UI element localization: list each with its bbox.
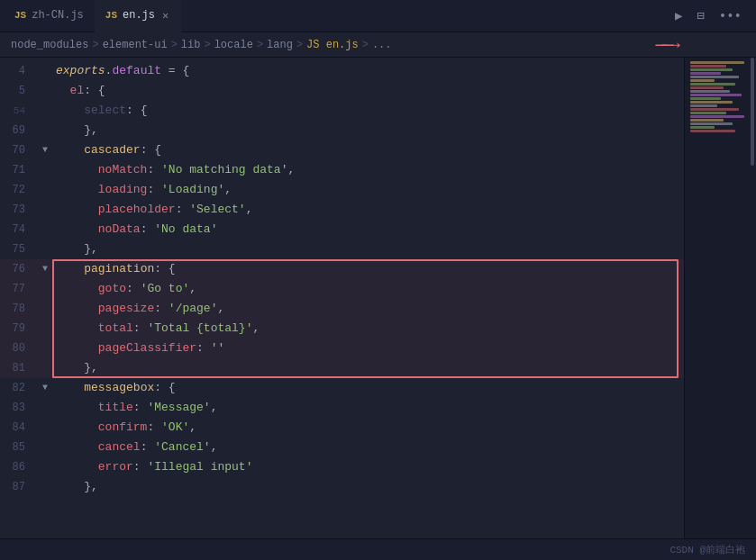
code-line-69: 69 }, <box>0 121 684 140</box>
code-line-80: 80 pageClassifier: '' <box>0 339 684 358</box>
breadcrumb-lib: lib <box>181 39 201 51</box>
code-line-73: 73 placeholder: 'Select', <box>0 200 684 220</box>
minimap-content <box>685 58 756 137</box>
code-line-87: 87 }, <box>0 477 684 497</box>
run-button[interactable]: ▶ <box>671 6 686 25</box>
code-content-80: pageClassifier: '' <box>52 339 684 358</box>
code-line-84: 84 confirm: 'OK', <box>0 418 684 438</box>
line-num-73: 73 <box>0 200 38 220</box>
code-content-4: exports.default = { <box>52 61 684 81</box>
line-num-69: 69 <box>0 121 38 140</box>
split-button[interactable]: ⊟ <box>693 6 707 25</box>
code-line-71: 71 noMatch: 'No matching data', <box>0 160 684 180</box>
line-num-76: 76 <box>0 259 38 279</box>
code-content-79: total: 'Total {total}', <box>52 319 684 339</box>
breadcrumb-sep-3: > <box>204 39 210 51</box>
breadcrumb-sep-1: > <box>92 39 98 51</box>
line-num-77: 77 <box>0 279 38 299</box>
minimap-line <box>690 115 744 118</box>
code-content-72: loading: 'Loading', <box>52 180 684 200</box>
code-line-86: 86 error: 'Illegal input' <box>0 457 684 477</box>
code-content-76: pagination: { <box>52 259 684 279</box>
breadcrumb: node_modules > element-ui > lib > locale… <box>0 32 756 58</box>
breadcrumb-sep-4: > <box>257 39 263 51</box>
breadcrumb-file: JS en.js <box>306 39 359 51</box>
minimap-line <box>690 122 733 125</box>
tab-bar: JS zh-CN.js JS en.js ✕ ▶ ⊟ ••• <box>0 0 756 32</box>
line-num-81: 81 <box>0 358 38 378</box>
status-bar: CSDN @前端白袍 <box>0 538 756 560</box>
line-num-83: 83 <box>0 398 38 418</box>
editor-area: 4 exports.default = { 5 el: { 54 select:… <box>0 58 756 538</box>
line-num-80: 80 <box>0 339 38 358</box>
code-content-81: }, <box>52 358 684 378</box>
tab-en-close-icon[interactable]: ✕ <box>160 8 170 23</box>
line-num-86: 86 <box>0 457 38 477</box>
tab-zh-cn-label: zh-CN.js <box>32 9 84 22</box>
minimap-line <box>690 83 735 86</box>
code-content-select: select: { <box>52 101 684 121</box>
code-content-71: noMatch: 'No matching data', <box>52 160 684 180</box>
line-num-82: 82 <box>0 378 38 398</box>
code-content-84: confirm: 'OK', <box>52 418 684 438</box>
code-line-74: 74 noData: 'No data' <box>0 220 684 239</box>
code-content-83: title: 'Message', <box>52 398 684 418</box>
tab-en[interactable]: JS en.js ✕ <box>95 0 181 32</box>
breadcrumb-sep-5: > <box>296 39 303 51</box>
minimap-scrollbar[interactable] <box>751 58 754 166</box>
line-num-select: 54 <box>0 101 38 121</box>
code-line-5: 5 el: { <box>0 81 684 101</box>
line-num-79: 79 <box>0 319 38 339</box>
code-line-81: 81 }, <box>0 358 684 378</box>
minimap-line <box>690 72 721 75</box>
watermark: CSDN @前端白袍 <box>669 543 745 556</box>
minimap-line <box>690 130 735 132</box>
code-pane[interactable]: 4 exports.default = { 5 el: { 54 select:… <box>0 58 684 538</box>
code-content-78: pagesize: '/page', <box>52 299 684 319</box>
code-content-87: }, <box>52 477 684 497</box>
line-num-85: 85 <box>0 438 38 457</box>
breadcrumb-ellipsis: ... <box>372 39 392 51</box>
fold-76[interactable]: ▼ <box>38 259 52 279</box>
tab-en-label: en.js <box>123 9 155 22</box>
minimap-line <box>690 101 733 104</box>
arrow-indicator: ——→ <box>655 34 675 57</box>
breadcrumb-sep-2: > <box>171 39 178 51</box>
tab-zh-cn[interactable]: JS zh-CN.js <box>4 0 95 32</box>
line-num-72: 72 <box>0 180 38 200</box>
highlighted-block: 76 ▼ pagination: { 77 goto: 'Go to', 78 … <box>0 259 684 378</box>
code-line-70: 70 ▼ cascader: { <box>0 140 684 160</box>
breadcrumb-node-modules: node_modules <box>11 39 88 51</box>
line-num-78: 78 <box>0 299 38 319</box>
code-line-85: 85 cancel: 'Cancel', <box>0 438 684 457</box>
line-num-87: 87 <box>0 477 38 497</box>
minimap-line <box>690 119 724 122</box>
code-line-75: 75 }, <box>0 239 684 259</box>
tab-actions: ▶ ⊟ ••• <box>671 6 756 25</box>
tab-zh-cn-icon: JS <box>14 10 26 21</box>
minimap[interactable] <box>684 58 756 538</box>
line-num-5: 5 <box>0 81 38 101</box>
breadcrumb-element-ui: element-ui <box>103 39 168 51</box>
code-content-74: noData: 'No data' <box>52 220 684 239</box>
minimap-line <box>690 97 721 100</box>
minimap-line <box>690 68 733 71</box>
fold-82[interactable]: ▼ <box>38 378 52 398</box>
minimap-line <box>690 94 742 96</box>
code-line-76: 76 ▼ pagination: { <box>0 259 684 279</box>
code-content-75: }, <box>52 239 684 259</box>
code-content-70: cascader: { <box>52 140 684 160</box>
tab-en-icon: JS <box>105 10 117 21</box>
minimap-line <box>690 76 739 78</box>
line-num-70: 70 <box>0 140 38 160</box>
line-num-71: 71 <box>0 160 38 180</box>
fold-70[interactable]: ▼ <box>38 140 52 160</box>
breadcrumb-lang: lang <box>267 39 293 51</box>
code-content-82: messagebox: { <box>52 378 684 398</box>
more-button[interactable]: ••• <box>715 7 745 25</box>
code-content-85: cancel: 'Cancel', <box>52 438 684 457</box>
code-line-78: 78 pagesize: '/page', <box>0 299 684 319</box>
minimap-line <box>690 65 726 68</box>
code-line-79: 79 total: 'Total {total}', <box>0 319 684 339</box>
code-content-73: placeholder: 'Select', <box>52 200 684 220</box>
